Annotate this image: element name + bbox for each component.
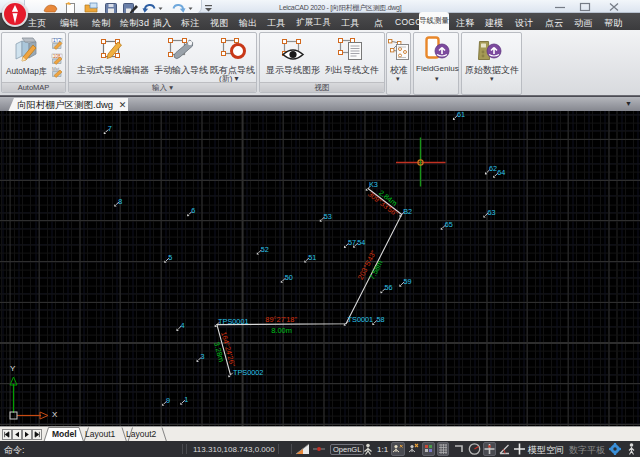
svg-text:Mst: Mst: [52, 67, 60, 72]
